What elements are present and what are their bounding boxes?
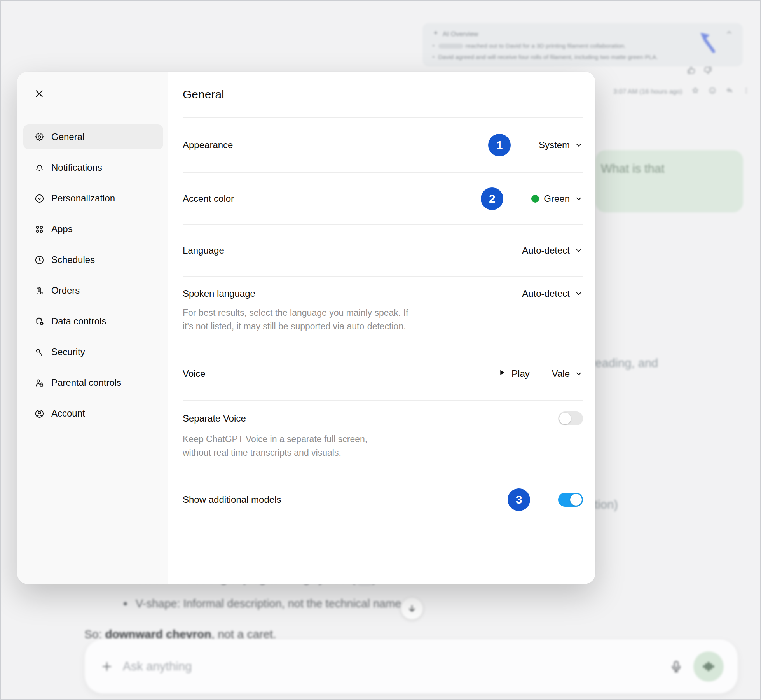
ai-overview-title: AI Overview	[443, 30, 478, 38]
chevron-down-icon	[574, 289, 583, 298]
dropdown-value: Vale	[552, 368, 570, 379]
collapse-chevron-icon[interactable]	[726, 29, 733, 38]
setting-row-voice: Voice Play Vale	[183, 346, 583, 400]
chevron-down-icon	[574, 369, 583, 378]
sidebar-item-notifications[interactable]: Notifications	[23, 155, 163, 180]
microphone-icon[interactable]	[669, 660, 683, 674]
sidebar-item-apps[interactable]: Apps	[23, 217, 163, 242]
sidebar-item-label: Apps	[51, 224, 73, 234]
more-options-icon[interactable]	[742, 87, 750, 96]
gear-icon	[34, 132, 45, 142]
sidebar-item-label: Orders	[51, 285, 80, 296]
sidebar-item-personalization[interactable]: Personalization	[23, 186, 163, 211]
language-dropdown[interactable]: Auto-detect	[522, 245, 583, 256]
appearance-dropdown[interactable]: System	[539, 140, 583, 150]
voice-dropdown[interactable]: Vale	[552, 368, 583, 379]
sidebar-item-label: Data controls	[51, 316, 106, 327]
setting-row-language: Language Auto-detect	[183, 224, 583, 276]
sidebar-item-orders[interactable]: Orders	[23, 278, 163, 303]
setting-label: Appearance	[183, 140, 233, 150]
close-button[interactable]	[31, 86, 47, 102]
settings-sidebar: General Notifications Personalization Ap…	[17, 72, 168, 584]
ai-overview-bullet: • David agreed and will receive four rol…	[433, 54, 733, 61]
setting-label: Spoken language	[183, 288, 255, 299]
sidebar-item-label: Security	[51, 346, 85, 357]
thumbs-down-icon[interactable]	[703, 65, 713, 77]
sidebar-item-schedules[interactable]: Schedules	[23, 247, 163, 272]
personalization-face-icon	[34, 193, 45, 204]
scroll-to-bottom-button[interactable]	[401, 598, 423, 620]
annotation-badge-3: 3	[508, 488, 530, 511]
clock-icon	[34, 255, 45, 265]
dropdown-value: Green	[544, 193, 570, 204]
apps-grid-icon	[34, 224, 45, 234]
sidebar-item-data-controls[interactable]: Data controls	[23, 309, 163, 334]
ai-overview-bullet-text: reached out to David for a 3D printing f…	[466, 42, 626, 49]
user-message-bubble: What is that	[595, 150, 743, 212]
message-timestamp: 3:07 AM (16 hours ago)	[613, 88, 682, 96]
vshape-line: V-shape: Informal description, not the t…	[136, 597, 401, 610]
sidebar-item-label: Parental controls	[51, 377, 121, 388]
user-message-text: What is that	[601, 162, 665, 175]
sidebar-item-label: Personalization	[51, 193, 115, 204]
show-additional-models-toggle[interactable]	[558, 493, 583, 507]
bullet-dot: •	[433, 54, 435, 61]
redacted-name	[438, 44, 463, 49]
dropdown-value: Auto-detect	[522, 245, 570, 256]
sidebar-item-account[interactable]: Account	[23, 401, 163, 426]
play-icon	[497, 368, 506, 379]
sidebar-item-label: Schedules	[51, 254, 95, 265]
composer-placeholder[interactable]: Ask anything	[123, 660, 669, 674]
setting-row-spoken-language: Spoken language Auto-detect For best res…	[183, 276, 583, 346]
setting-row-appearance: Appearance 1 System	[183, 117, 583, 172]
divider	[541, 366, 541, 382]
key-icon	[34, 347, 45, 357]
setting-label: Accent color	[183, 193, 234, 204]
setting-row-accent-color: Accent color 2 Green	[183, 172, 583, 224]
ai-overview-bullet: • reached out to David for a 3D printing…	[433, 42, 733, 49]
setting-label: Show additional models	[183, 494, 281, 505]
sidebar-item-label: General	[51, 131, 84, 142]
voice-mode-button[interactable]	[693, 651, 724, 682]
mouse-cursor-arrow	[698, 31, 722, 58]
sidebar-item-general[interactable]: General	[23, 124, 163, 149]
play-label: Play	[511, 368, 530, 379]
toggle-knob	[559, 413, 571, 424]
settings-panel: General Appearance 1 System Accent color…	[168, 72, 595, 584]
chat-composer[interactable]: Ask anything	[84, 639, 738, 694]
attach-plus-icon[interactable]	[100, 660, 113, 673]
panel-title: General	[183, 72, 583, 117]
setting-label: Voice	[183, 368, 206, 379]
annotation-badge-1: 1	[488, 134, 511, 156]
person-lock-icon	[34, 378, 45, 388]
ai-overview-bullet-text: David agreed and will receive four rolls…	[438, 54, 658, 61]
toggle-knob	[570, 494, 582, 506]
voice-play-button[interactable]: Play	[497, 368, 530, 379]
setting-description: For best results, select the language yo…	[183, 306, 583, 333]
bullet-dot	[124, 602, 127, 606]
thumbs-up-icon[interactable]	[686, 65, 696, 77]
bell-icon	[34, 163, 45, 173]
message-fragment: reading, and	[591, 356, 658, 370]
accent-color-dropdown[interactable]: Green	[531, 193, 583, 204]
sidebar-item-security[interactable]: Security	[23, 340, 163, 364]
chevron-down-icon	[574, 194, 583, 203]
setting-label: Language	[183, 245, 224, 256]
emoji-icon[interactable]	[708, 86, 717, 97]
sidebar-item-parental-controls[interactable]: Parental controls	[23, 370, 163, 395]
screenshot: AI Overview • reached out to David for a…	[0, 0, 761, 700]
annotation-badge-2: 2	[481, 187, 503, 210]
separate-voice-toggle[interactable]	[558, 411, 583, 425]
reply-icon[interactable]	[725, 86, 734, 97]
star-icon[interactable]	[691, 86, 700, 97]
settings-dialog: General Notifications Personalization Ap…	[17, 72, 595, 584]
setting-row-separate-voice: Separate Voice Keep ChatGPT Voice in a s…	[183, 400, 583, 472]
setting-description: Keep ChatGPT Voice in a separate full sc…	[183, 432, 583, 460]
green-color-swatch	[531, 195, 539, 203]
spoken-language-dropdown[interactable]: Auto-detect	[522, 288, 583, 299]
chevron-down-icon	[574, 141, 583, 149]
setting-label: Separate Voice	[183, 413, 246, 424]
dropdown-value: Auto-detect	[522, 288, 570, 299]
list-item: V-shape: Informal description, not the t…	[124, 597, 401, 610]
sidebar-item-label: Account	[51, 408, 85, 419]
